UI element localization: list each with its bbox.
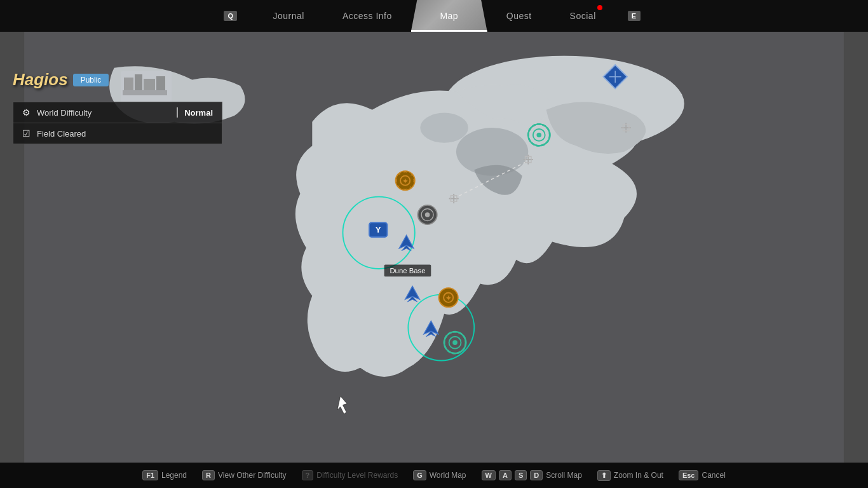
world-difficulty-row: ⚙ World Difficulty Normal [13,102,222,123]
tab-access-info-label: Access Info [342,11,392,21]
world-difficulty-value: Normal [184,108,213,118]
zoom-icon: ⬆ [597,470,611,481]
a-key: A [499,470,512,480]
notification-dot [597,5,602,10]
top-navigation: Q Journal Access Info Map Quest Social E [0,0,868,32]
svg-text:Dune Base: Dune Base [390,267,425,274]
view-difficulty-label: View Other Difficulty [218,471,287,480]
svg-point-4 [420,112,468,142]
scroll-map-hint: W A S D Scroll Map [482,470,582,480]
info-panel: ⚙ World Difficulty Normal ☑ Field Cleare… [13,102,222,144]
difficulty-rewards-hint: ? Difficulty Level Rewards [302,470,398,480]
svg-text:✦: ✦ [402,177,408,185]
tab-journal[interactable]: Journal [254,0,323,32]
cancel-label: Cancel [702,471,725,480]
svg-rect-49 [124,78,133,90]
d-key: D [530,470,543,480]
field-cleared-label: Field Cleared [37,129,213,139]
zoom-label: Zoom In & Out [614,471,663,480]
svg-rect-52 [156,76,165,90]
gear-icon: ⚙ [22,107,31,118]
tab-map-label: Map [440,11,458,21]
e-key-icon: E [628,11,641,21]
tab-social-label: Social [570,11,596,21]
svg-text:Y: Y [376,225,381,234]
s-key: S [515,470,527,480]
world-map-label: World Map [430,471,466,480]
travel-marker-3 [621,123,631,133]
location-panel: Hagios Public [13,70,109,93]
tab-access-info[interactable]: Access Info [323,0,411,32]
w-key: W [482,470,496,480]
field-cleared-row: ☑ Field Cleared [13,123,222,144]
svg-rect-53 [123,90,167,95]
zoom-hint: ⬆ Zoom In & Out [597,470,663,481]
world-difficulty-label: World Difficulty [37,108,170,118]
view-difficulty-hint: R View Other Difficulty [202,470,287,480]
q-key-icon: Q [224,11,237,21]
tab-social[interactable]: Social [551,0,615,32]
bottom-bar: F1 Legend R View Other Difficulty ? Diff… [0,463,868,488]
legend-hint: F1 Legend [142,470,187,480]
g-key: G [413,470,426,480]
location-name: Hagios [13,70,68,90]
f1-key: F1 [142,470,158,480]
tab-e[interactable]: E [615,0,657,32]
checkbox-checked-icon: ☑ [22,128,31,139]
svg-rect-50 [135,74,142,90]
tab-q[interactable]: Q [211,0,254,32]
legend-label: Legend [161,471,187,480]
tab-journal-label: Journal [273,11,304,21]
map-container: ✦ Y ✦ [0,32,868,463]
svg-rect-51 [144,79,155,90]
world-map-hint: G World Map [413,470,466,480]
svg-point-43 [452,340,458,345]
r-key: R [202,470,215,480]
svg-point-29 [425,212,430,217]
travel-marker-1 [449,194,459,203]
location-badge: Public [73,74,109,86]
divider [177,107,178,118]
travel-marker-2 [524,155,533,165]
mini-map [121,71,172,106]
esc-key: Esc [679,470,699,480]
cancel-hint: Esc Cancel [679,470,726,480]
svg-text:✦: ✦ [445,294,451,302]
svg-point-22 [536,133,541,138]
tab-map[interactable]: Map [411,0,487,32]
tab-quest[interactable]: Quest [487,0,551,32]
tab-quest-label: Quest [506,11,532,21]
difficulty-rewards-label: Difficulty Level Rewards [316,471,398,480]
scroll-map-label: Scroll Map [546,471,582,480]
difficulty-key: ? [302,470,314,480]
